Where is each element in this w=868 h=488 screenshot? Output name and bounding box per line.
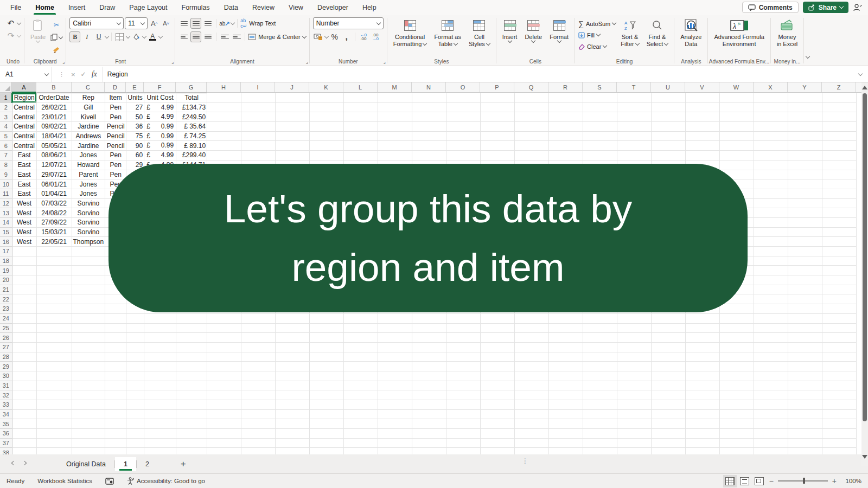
column-header-Q[interactable]: Q bbox=[514, 82, 548, 92]
cell-O38[interactable] bbox=[446, 448, 481, 454]
cell-E4[interactable]: 36 bbox=[126, 122, 144, 132]
cell-D4[interactable]: Pencil bbox=[105, 122, 126, 132]
cell-G27[interactable] bbox=[176, 342, 207, 352]
cell-R31[interactable] bbox=[549, 381, 583, 390]
clear-button[interactable]: Clear bbox=[578, 41, 616, 52]
cell-B27[interactable] bbox=[36, 342, 72, 352]
cell-O34[interactable] bbox=[446, 409, 481, 419]
cell-Y5[interactable] bbox=[788, 131, 822, 141]
cell-V24[interactable] bbox=[686, 313, 720, 323]
cell-I1[interactable] bbox=[241, 93, 276, 103]
cell-X6[interactable] bbox=[754, 141, 788, 151]
cell-A28[interactable] bbox=[12, 352, 36, 362]
cell-P28[interactable] bbox=[481, 352, 515, 362]
cell-Z37[interactable] bbox=[822, 438, 857, 448]
cell-V35[interactable] bbox=[686, 419, 720, 429]
cell-Q6[interactable] bbox=[515, 141, 549, 151]
cell-R38[interactable] bbox=[549, 448, 583, 454]
cell-J25[interactable] bbox=[276, 323, 310, 333]
cell-Q4[interactable] bbox=[515, 122, 549, 132]
row-header-2[interactable]: 2 bbox=[0, 102, 12, 112]
sheet-tab-1[interactable]: 1 bbox=[115, 457, 136, 471]
cell-B28[interactable] bbox=[36, 352, 72, 362]
cell-L5[interactable] bbox=[344, 131, 378, 141]
cell-G26[interactable] bbox=[176, 333, 207, 343]
cell-A30[interactable] bbox=[12, 371, 36, 381]
cell-Y25[interactable] bbox=[788, 323, 822, 333]
row-header-14[interactable]: 14 bbox=[0, 217, 12, 227]
align-middle-button[interactable] bbox=[190, 18, 201, 29]
row-header-28[interactable]: 28 bbox=[0, 352, 12, 362]
cell-W25[interactable] bbox=[720, 323, 754, 333]
cell-V5[interactable] bbox=[686, 131, 720, 141]
cell-A27[interactable] bbox=[12, 342, 36, 352]
collapse-ribbon-icon[interactable] bbox=[806, 54, 810, 59]
cell-C8[interactable]: Howard bbox=[72, 160, 105, 170]
column-header-J[interactable]: J bbox=[275, 82, 309, 92]
cell-G2[interactable]: £134.73 bbox=[176, 102, 207, 112]
cell-O1[interactable] bbox=[446, 93, 481, 103]
cell-R7[interactable] bbox=[549, 151, 583, 160]
cell-E2[interactable]: 27 bbox=[126, 102, 144, 112]
cell-U38[interactable] bbox=[652, 448, 686, 454]
cell-W3[interactable] bbox=[720, 112, 754, 122]
column-header-H[interactable]: H bbox=[207, 82, 241, 92]
row-header-25[interactable]: 25 bbox=[0, 323, 12, 333]
cell-C3[interactable]: Kivell bbox=[72, 112, 105, 122]
cell-M37[interactable] bbox=[378, 438, 412, 448]
cell-D8[interactable]: Pen bbox=[105, 160, 126, 170]
cell-C17[interactable] bbox=[72, 247, 105, 256]
bold-button[interactable]: B bbox=[69, 31, 80, 42]
cell-G31[interactable] bbox=[176, 381, 207, 390]
cell-W24[interactable] bbox=[720, 313, 754, 323]
cell-P3[interactable] bbox=[481, 112, 515, 122]
cell-A26[interactable] bbox=[12, 333, 36, 343]
cell-V36[interactable] bbox=[686, 429, 720, 439]
cell-N34[interactable] bbox=[412, 409, 446, 419]
cell-H4[interactable] bbox=[207, 122, 241, 132]
cell-C4[interactable]: Jardine bbox=[72, 122, 105, 132]
font-size-combo[interactable]: 11 bbox=[125, 17, 148, 29]
cell-Z36[interactable] bbox=[822, 429, 857, 439]
row-header-11[interactable]: 11 bbox=[0, 189, 12, 198]
column-header-L[interactable]: L bbox=[343, 82, 378, 92]
cell-T27[interactable] bbox=[617, 342, 652, 352]
cell-U6[interactable] bbox=[652, 141, 686, 151]
cell-X8[interactable] bbox=[754, 160, 788, 170]
cell-R35[interactable] bbox=[549, 419, 583, 429]
cell-L1[interactable] bbox=[344, 93, 378, 103]
cell-V25[interactable] bbox=[686, 323, 720, 333]
cell-H24[interactable] bbox=[207, 313, 241, 323]
cell-J27[interactable] bbox=[276, 342, 310, 352]
paste-button[interactable]: Paste bbox=[28, 17, 48, 57]
cell-Y2[interactable] bbox=[788, 102, 822, 112]
orientation-button[interactable]: ab bbox=[219, 18, 230, 29]
find-select-button[interactable]: Find & Select bbox=[644, 17, 671, 57]
cell-E29[interactable] bbox=[126, 362, 144, 371]
cell-D33[interactable] bbox=[105, 400, 126, 410]
cell-Q38[interactable] bbox=[515, 448, 549, 454]
cell-X20[interactable] bbox=[754, 275, 788, 285]
column-header-G[interactable]: G bbox=[176, 82, 207, 92]
decrease-indent-button[interactable] bbox=[219, 31, 230, 42]
cell-A7[interactable]: East bbox=[12, 151, 36, 160]
cell-N2[interactable] bbox=[412, 102, 446, 112]
cell-L34[interactable] bbox=[344, 409, 378, 419]
cell-K30[interactable] bbox=[310, 371, 344, 381]
cell-I28[interactable] bbox=[241, 352, 276, 362]
cell-I30[interactable] bbox=[241, 371, 276, 381]
cell-Z32[interactable] bbox=[822, 390, 857, 400]
cell-Z34[interactable] bbox=[822, 409, 857, 419]
cell-A16[interactable]: West bbox=[12, 237, 36, 247]
cell-J2[interactable] bbox=[276, 102, 310, 112]
cell-X18[interactable] bbox=[754, 256, 788, 266]
sort-filter-button[interactable]: AZ Sort & Filter bbox=[618, 17, 641, 57]
cell-J6[interactable] bbox=[276, 141, 310, 151]
cell-J32[interactable] bbox=[276, 390, 310, 400]
cell-R37[interactable] bbox=[549, 438, 583, 448]
chevron-down-icon[interactable] bbox=[158, 34, 163, 38]
cell-M24[interactable] bbox=[378, 313, 412, 323]
cell-B32[interactable] bbox=[36, 390, 72, 400]
cell-J7[interactable] bbox=[276, 151, 310, 160]
cell-H37[interactable] bbox=[207, 438, 241, 448]
